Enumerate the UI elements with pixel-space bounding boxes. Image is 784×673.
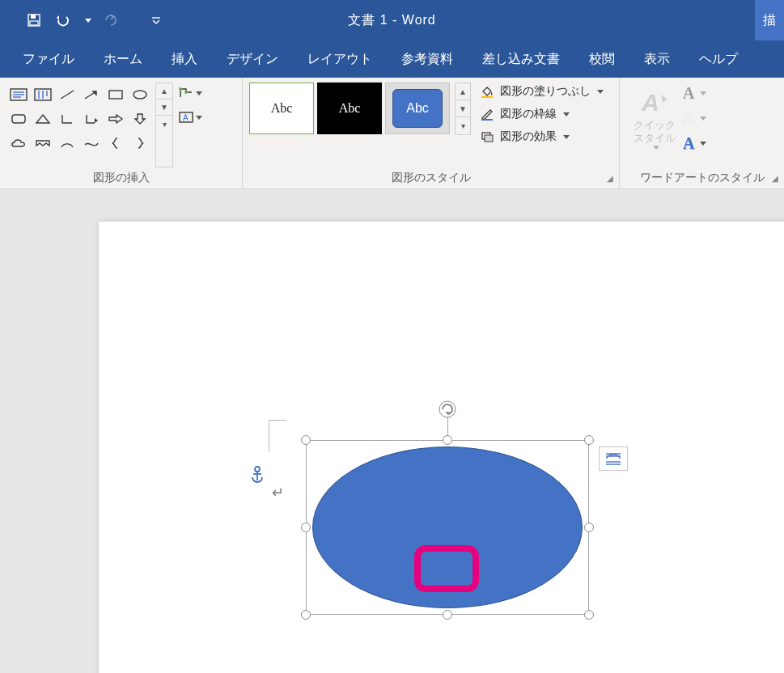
resize-handle-t[interactable] — [443, 435, 452, 445]
style-gallery-scroll[interactable]: ▲ ▼ ▾ — [455, 83, 471, 135]
text-fill-button: A — [683, 84, 706, 103]
tab-layout[interactable]: レイアウト — [293, 40, 387, 78]
shape-rectangle[interactable] — [104, 83, 128, 107]
document-canvas[interactable]: ↵ — [0, 189, 784, 673]
resize-handle-bl[interactable] — [301, 610, 311, 620]
text-outline-button: A — [683, 109, 706, 128]
dialog-launcher-icon[interactable]: ◢ — [769, 172, 781, 184]
svg-rect-1 — [31, 15, 36, 19]
shape-wave[interactable] — [79, 131, 104, 155]
page[interactable]: ↵ — [99, 222, 784, 673]
quick-style-button: A クイックスタイル — [626, 83, 683, 155]
pen-icon — [479, 107, 495, 121]
title-bar: 文書 1 - Word 描 — [0, 0, 784, 40]
scroll-more-icon[interactable]: ▾ — [156, 116, 172, 132]
resize-handle-tl[interactable] — [301, 435, 311, 445]
tab-review[interactable]: 校閲 — [574, 40, 629, 78]
shape-right-arrow[interactable] — [104, 107, 128, 131]
svg-point-18 — [184, 91, 188, 94]
shape-down-arrow[interactable] — [128, 107, 152, 131]
shape-roundrect[interactable] — [6, 107, 31, 131]
quick-access-toolbar — [0, 11, 166, 30]
group-shape-styles: Abc Abc Abc ▲ ▼ ▾ 図形の塗りつぶし 図形の枠線 — [243, 78, 620, 188]
svg-text:A: A — [641, 89, 659, 116]
svg-rect-14 — [109, 91, 122, 99]
layout-options-button[interactable] — [599, 447, 628, 471]
shape-cloud[interactable] — [6, 131, 31, 155]
shape-textbox-v[interactable] — [31, 83, 55, 107]
shape-l-arrow[interactable] — [79, 107, 104, 131]
effects-icon — [479, 129, 495, 144]
anchor-icon — [249, 466, 265, 486]
scroll-down-icon[interactable]: ▼ — [456, 100, 470, 117]
window-title: 文書 1 - Word — [348, 12, 436, 29]
svg-rect-21 — [481, 96, 493, 98]
edit-shape-button[interactable] — [178, 83, 202, 104]
scroll-up-icon[interactable]: ▲ — [456, 83, 470, 100]
scroll-more-icon[interactable]: ▾ — [456, 117, 470, 134]
tab-file[interactable]: ファイル — [8, 40, 89, 78]
tab-help[interactable]: ヘルプ — [684, 40, 752, 78]
tab-references[interactable]: 参考資料 — [387, 40, 468, 78]
group-label: ワードアートのスタイル — [626, 167, 778, 188]
tab-insert[interactable]: 挿入 — [157, 40, 212, 78]
svg-rect-22 — [481, 119, 493, 121]
shape-brace-l[interactable] — [104, 131, 128, 155]
svg-point-15 — [133, 91, 146, 99]
shape-textbox-h[interactable] — [6, 83, 31, 107]
resize-handle-r[interactable] — [584, 523, 594, 532]
undo-button[interactable] — [53, 11, 73, 30]
shape-effects-button[interactable]: 図形の効果 — [479, 129, 604, 144]
resize-handle-br[interactable] — [584, 610, 594, 620]
group-insert-shapes: ▲ ▼ ▾ A 図形の挿入 — [0, 78, 243, 188]
selected-shape[interactable] — [306, 440, 589, 615]
svg-line-12 — [61, 91, 74, 99]
svg-rect-16 — [12, 115, 25, 123]
shape-effects-label: 図形の効果 — [500, 129, 557, 144]
resize-handle-tr[interactable] — [584, 435, 594, 445]
resize-handle-l[interactable] — [301, 523, 311, 532]
paragraph-mark: ↵ — [272, 484, 284, 502]
save-button[interactable] — [24, 11, 44, 30]
shape-ribbon[interactable] — [31, 131, 55, 155]
tab-design[interactable]: デザイン — [212, 40, 293, 78]
shape-brace-r[interactable] — [128, 131, 152, 155]
shape-arc[interactable] — [55, 131, 79, 155]
redo-button[interactable] — [101, 11, 121, 30]
style-preset-3[interactable]: Abc — [385, 83, 450, 134]
shape-oval[interactable] — [128, 83, 152, 107]
rotate-handle[interactable] — [436, 398, 459, 421]
qat-customize[interactable] — [146, 11, 166, 30]
text-effects-button[interactable]: A — [683, 134, 706, 153]
ellipse-shape[interactable] — [312, 447, 583, 608]
group-wordart-styles: A クイックスタイル A A A ワードアートのスタイル ◢ — [620, 78, 784, 188]
shape-outline-button[interactable]: 図形の枠線 — [479, 107, 604, 121]
shape-triangle[interactable] — [31, 107, 55, 131]
doc-title: 文書 1 — [348, 13, 388, 27]
svg-rect-2 — [30, 21, 38, 25]
shapes-gallery[interactable] — [6, 83, 152, 167]
svg-point-17 — [179, 87, 182, 91]
draw-textbox-button[interactable]: A — [178, 107, 202, 128]
dialog-launcher-icon[interactable]: ◢ — [604, 172, 616, 184]
style-preset-2[interactable]: Abc — [317, 83, 382, 134]
shape-style-gallery[interactable]: Abc Abc Abc ▲ ▼ ▾ — [249, 83, 471, 167]
tab-view[interactable]: 表示 — [629, 40, 684, 78]
tab-home[interactable]: ホーム — [89, 40, 157, 78]
shape-line[interactable] — [55, 83, 79, 107]
shape-l[interactable] — [55, 107, 79, 131]
style-preset-1[interactable]: Abc — [249, 83, 314, 134]
svg-rect-24 — [485, 135, 493, 142]
svg-point-26 — [255, 467, 260, 472]
shape-outline-label: 図形の枠線 — [500, 107, 557, 121]
ribbon: ▲ ▼ ▾ A 図形の挿入 Abc Abc Abc ▲ — [0, 78, 784, 189]
bucket-icon — [479, 84, 495, 99]
scroll-down-icon[interactable]: ▼ — [156, 99, 172, 116]
resize-handle-b[interactable] — [443, 610, 452, 620]
contextual-tab-drawing[interactable]: 描 — [755, 0, 784, 40]
shape-fill-button[interactable]: 図形の塗りつぶし — [479, 84, 604, 99]
shapes-scroll[interactable]: ▲ ▼ ▾ — [155, 83, 173, 167]
shape-arrow-line[interactable] — [79, 83, 104, 107]
tab-mailings[interactable]: 差し込み文書 — [468, 40, 574, 78]
scroll-up-icon[interactable]: ▲ — [156, 83, 172, 99]
